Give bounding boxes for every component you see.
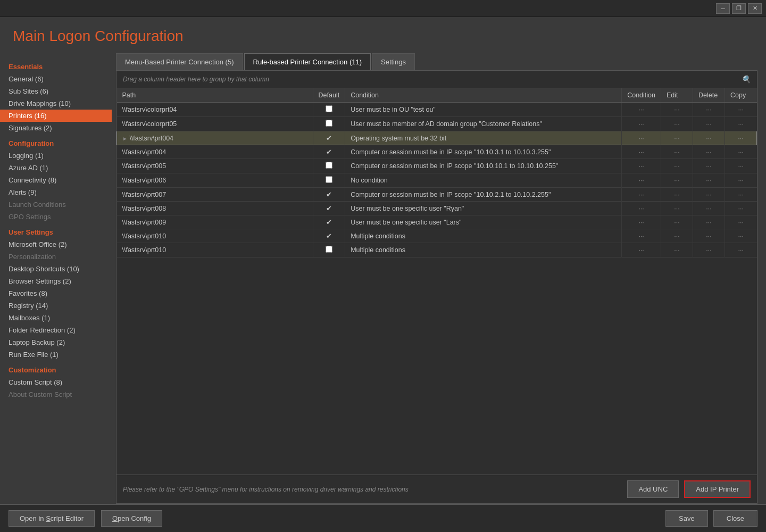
tab-1[interactable]: Rule-based Printer Connection (11) (244, 53, 371, 70)
ellipsis-icon[interactable]: ··· (736, 232, 746, 240)
add-unc-button[interactable]: Add UNC (627, 480, 679, 498)
default-checkbox[interactable] (326, 105, 332, 112)
ellipsis-icon[interactable]: ··· (672, 162, 681, 170)
row-condition-action-btn[interactable]: ··· (622, 215, 661, 229)
row-condition-action-btn[interactable]: ··· (622, 243, 661, 257)
ellipsis-icon[interactable]: ··· (704, 135, 713, 142)
ellipsis-icon[interactable]: ··· (672, 232, 681, 240)
row-condition-action-btn[interactable]: ··· (622, 117, 661, 131)
sidebar-item-alerts--9-[interactable]: Alerts (9) (0, 186, 112, 198)
sidebar-item-drive-mappings--10-[interactable]: Drive Mappings (10) (0, 97, 112, 110)
row-condition-action-btn[interactable]: ··· (622, 202, 661, 215)
sidebar-item-mailboxes--1-[interactable]: Mailboxes (1) (0, 312, 112, 324)
table-row[interactable]: \\fastsrv\prt006No condition············ (117, 173, 757, 188)
close-button[interactable]: Close (713, 510, 757, 527)
row-default-cell[interactable]: ✔ (313, 202, 345, 215)
table-row[interactable]: \\fastsrv\colorprt05User must be member … (117, 117, 757, 131)
table-row[interactable]: \\fastsrv\colorprt04User must be in OU "… (117, 103, 757, 117)
row-copy-action-btn[interactable]: ··· (725, 159, 757, 173)
row-condition-action-btn[interactable]: ··· (622, 145, 661, 159)
row-condition-action-btn[interactable]: ··· (622, 188, 661, 202)
default-checkbox[interactable] (326, 176, 332, 183)
sidebar-item-sub-sites--6-[interactable]: Sub Sites (6) (0, 85, 112, 97)
ellipsis-icon[interactable]: ··· (736, 148, 746, 156)
row-delete-action-btn[interactable]: ··· (693, 215, 725, 229)
row-edit-action-btn[interactable]: ··· (661, 103, 693, 117)
close-window-button[interactable]: ✕ (748, 3, 762, 14)
row-default-cell[interactable] (313, 173, 345, 188)
row-delete-action-btn[interactable]: ··· (693, 131, 725, 145)
minimize-button[interactable]: ─ (716, 3, 730, 14)
add-ip-printer-button[interactable]: Add IP Printer (684, 480, 751, 498)
row-edit-action-btn[interactable]: ··· (661, 243, 693, 257)
ellipsis-icon[interactable]: ··· (736, 162, 746, 170)
row-delete-action-btn[interactable]: ··· (693, 243, 725, 257)
ellipsis-icon[interactable]: ··· (636, 120, 646, 128)
row-edit-action-btn[interactable]: ··· (661, 188, 693, 202)
row-delete-action-btn[interactable]: ··· (693, 173, 725, 188)
table-row[interactable]: \\fastsrv\prt008✔User must be one specif… (117, 202, 757, 215)
ellipsis-icon[interactable]: ··· (636, 148, 646, 156)
sidebar-item-laptop-backup--2-[interactable]: Laptop Backup (2) (0, 336, 112, 348)
ellipsis-icon[interactable]: ··· (704, 162, 713, 170)
row-delete-action-btn[interactable]: ··· (693, 229, 725, 243)
row-condition-action-btn[interactable]: ··· (622, 103, 661, 117)
row-copy-action-btn[interactable]: ··· (725, 173, 757, 188)
row-copy-action-btn[interactable]: ··· (725, 243, 757, 257)
default-checkbox[interactable] (326, 162, 332, 169)
row-condition-action-btn[interactable]: ··· (622, 159, 661, 173)
ellipsis-icon[interactable]: ··· (672, 135, 681, 142)
tab-2[interactable]: Settings (372, 53, 415, 70)
default-checkbox[interactable] (326, 246, 332, 253)
ellipsis-icon[interactable]: ··· (636, 219, 646, 226)
ellipsis-icon[interactable]: ··· (636, 106, 646, 113)
row-delete-action-btn[interactable]: ··· (693, 202, 725, 215)
ellipsis-icon[interactable]: ··· (636, 177, 646, 184)
sidebar-item-azure-ad--1-[interactable]: Azure AD (1) (0, 162, 112, 174)
ellipsis-icon[interactable]: ··· (704, 106, 713, 113)
restore-button[interactable]: ❐ (732, 3, 746, 14)
ellipsis-icon[interactable]: ··· (704, 219, 713, 226)
row-delete-action-btn[interactable]: ··· (693, 117, 725, 131)
table-row[interactable]: ► \\fastsrv\prt004✔Operating system must… (117, 131, 757, 145)
ellipsis-icon[interactable]: ··· (704, 120, 713, 128)
ellipsis-icon[interactable]: ··· (704, 205, 713, 212)
open-config-button[interactable]: Open Config (101, 510, 162, 527)
ellipsis-icon[interactable]: ··· (672, 205, 681, 212)
sidebar-item-microsoft-office--2-[interactable]: Microsoft Office (2) (0, 238, 112, 251)
row-copy-action-btn[interactable]: ··· (725, 145, 757, 159)
ellipsis-icon[interactable]: ··· (672, 177, 681, 184)
row-default-cell[interactable] (313, 243, 345, 257)
ellipsis-icon[interactable]: ··· (736, 205, 746, 212)
row-edit-action-btn[interactable]: ··· (661, 117, 693, 131)
table-row[interactable]: \\fastsrv\prt009✔User must be one specif… (117, 215, 757, 229)
ellipsis-icon[interactable]: ··· (736, 219, 746, 226)
row-default-cell[interactable]: ✔ (313, 215, 345, 229)
row-edit-action-btn[interactable]: ··· (661, 173, 693, 188)
ellipsis-icon[interactable]: ··· (636, 135, 646, 142)
row-edit-action-btn[interactable]: ··· (661, 202, 693, 215)
table-scroll[interactable]: Path Default Condition Condition Edit De… (116, 88, 757, 475)
row-default-cell[interactable] (313, 117, 345, 131)
row-edit-action-btn[interactable]: ··· (661, 229, 693, 243)
ellipsis-icon[interactable]: ··· (636, 162, 646, 170)
ellipsis-icon[interactable]: ··· (636, 232, 646, 240)
sidebar-item-connectivity--8-[interactable]: Connectivity (8) (0, 174, 112, 186)
row-delete-action-btn[interactable]: ··· (693, 188, 725, 202)
sidebar-item-general--6-[interactable]: General (6) (0, 73, 112, 85)
default-checkbox[interactable] (326, 120, 332, 127)
ellipsis-icon[interactable]: ··· (672, 246, 681, 254)
row-condition-action-btn[interactable]: ··· (622, 131, 661, 145)
sidebar-item-custom-script--8-[interactable]: Custom Script (8) (0, 376, 112, 388)
row-edit-action-btn[interactable]: ··· (661, 159, 693, 173)
row-condition-action-btn[interactable]: ··· (622, 173, 661, 188)
row-copy-action-btn[interactable]: ··· (725, 202, 757, 215)
row-delete-action-btn[interactable]: ··· (693, 103, 725, 117)
sidebar-item-run-exe-file--1-[interactable]: Run Exe File (1) (0, 348, 112, 361)
sidebar-item-browser-settings--2-[interactable]: Browser Settings (2) (0, 275, 112, 287)
sidebar-item-registry--14-[interactable]: Registry (14) (0, 300, 112, 312)
sidebar-item-logging--1-[interactable]: Logging (1) (0, 149, 112, 162)
row-delete-action-btn[interactable]: ··· (693, 159, 725, 173)
ellipsis-icon[interactable]: ··· (672, 191, 681, 198)
ellipsis-icon[interactable]: ··· (704, 191, 713, 198)
